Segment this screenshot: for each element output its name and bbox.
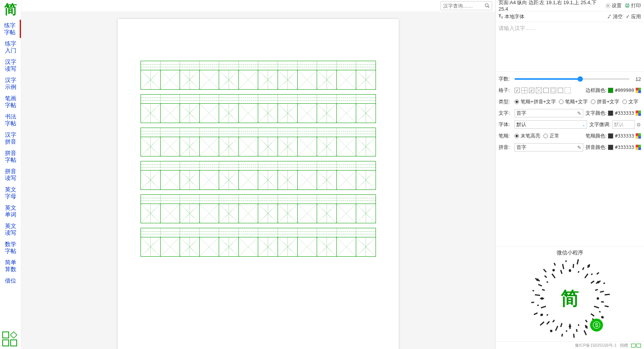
grid-check-dashed[interactable]	[558, 88, 563, 93]
shape-square-icon	[2, 332, 9, 338]
svg-rect-87	[590, 280, 594, 284]
svg-line-1	[488, 6, 489, 8]
icp-link[interactable]: 豫ICP备15025156号-1	[575, 343, 617, 348]
grid-check-dots[interactable]	[543, 88, 549, 93]
svg-rect-11	[638, 111, 641, 113]
svg-point-29	[601, 316, 603, 318]
svg-rect-37	[578, 324, 579, 326]
nav-item-0[interactable]: 练字 字帖	[0, 20, 21, 38]
preview-scroll[interactable]	[21, 11, 495, 349]
svg-rect-30	[590, 313, 594, 317]
grid-block	[140, 61, 376, 90]
count-slider[interactable]	[515, 78, 630, 80]
logo: 简	[0, 0, 21, 20]
svg-rect-44	[560, 323, 562, 327]
text-label: 文字:	[499, 110, 512, 117]
nav-item-7[interactable]: 拼音 字帖	[0, 147, 21, 166]
nav-item-1[interactable]: 练字 入门	[0, 38, 21, 56]
nav-list: 练字 字帖练字 入门汉字 读写汉字 示例笔画 字帖书法 字帖汉字 拼音拼音 字帖…	[0, 20, 21, 330]
apply-button[interactable]: ✓ 应用	[626, 13, 641, 20]
svg-point-47	[550, 330, 552, 332]
stroke-radio-0[interactable]: 末笔高亮	[515, 133, 540, 139]
svg-rect-51	[546, 314, 548, 316]
nav-item-2[interactable]: 汉字 读写	[0, 56, 21, 74]
svg-point-53	[540, 314, 543, 316]
svg-rect-43	[561, 334, 563, 337]
svg-rect-67	[544, 275, 547, 278]
grid-dashed-icon	[565, 87, 571, 93]
nav-item-4[interactable]: 笔画 字帖	[0, 93, 21, 111]
svg-rect-79	[576, 259, 579, 264]
broom-icon	[607, 14, 612, 19]
svg-rect-81	[582, 267, 584, 270]
nav-item-6[interactable]: 汉字 拼音	[0, 129, 21, 147]
svg-rect-74	[562, 264, 564, 269]
svg-point-65	[536, 279, 538, 281]
tune-select[interactable]: 默认	[612, 120, 635, 129]
stroke-radio-1[interactable]: 正常	[543, 133, 559, 139]
print-button[interactable]: 打印	[625, 2, 641, 9]
pinyin-color-picker[interactable]	[636, 145, 641, 150]
text-color-label: 文字颜色:	[586, 110, 607, 117]
svg-rect-18	[636, 145, 638, 147]
search-input[interactable]	[441, 2, 483, 10]
font-select[interactable]: 默认 ⌄	[515, 120, 587, 129]
svg-rect-9	[638, 90, 641, 93]
svg-rect-5	[626, 6, 628, 8]
tune-label: 文字微调:	[589, 121, 611, 128]
svg-rect-26	[593, 306, 599, 308]
svg-rect-45	[555, 326, 558, 331]
clear-button[interactable]: 清空	[607, 13, 623, 20]
type-radio-1[interactable]: 笔顺+文字	[559, 98, 588, 105]
svg-rect-15	[638, 133, 641, 136]
nav-item-10[interactable]: 英文 单词	[0, 202, 21, 220]
svg-rect-21	[638, 147, 641, 150]
svg-rect-66	[546, 281, 548, 283]
nav-item-13[interactable]: 简单 算数	[0, 257, 21, 275]
tune-gear-icon[interactable]: ⚙	[636, 122, 641, 128]
grid-x-icon	[536, 87, 542, 93]
count-label: 字数:	[499, 76, 512, 82]
grid-check-x[interactable]	[529, 88, 534, 93]
nav-item-3[interactable]: 汉字 示例	[0, 74, 21, 93]
nav-item-14[interactable]: 借位	[0, 275, 21, 286]
svg-rect-16	[636, 136, 638, 139]
grid-check-cross[interactable]	[515, 88, 520, 93]
svg-point-41	[568, 325, 571, 327]
ad-section: 微信小程序 简 ⓢ	[496, 246, 644, 341]
svg-point-23	[597, 297, 599, 300]
svg-rect-61	[532, 290, 534, 292]
stroke-label: 笔顺:	[499, 133, 512, 139]
svg-rect-24	[601, 301, 604, 303]
text-color-picker[interactable]	[636, 111, 641, 116]
nav-item-9[interactable]: 英文 字母	[0, 184, 21, 202]
svg-point-2	[607, 5, 609, 6]
donate-link[interactable]: 捐赠	[620, 343, 628, 348]
text-color-value: #333333	[615, 111, 634, 116]
svg-rect-75	[565, 261, 567, 262]
svg-rect-19	[638, 145, 641, 147]
check-icon: ✓	[626, 14, 630, 19]
page-preview	[118, 19, 399, 349]
text-select[interactable]: 首字 ✎	[515, 109, 583, 117]
local-font-label[interactable]: 本地字体	[505, 13, 524, 20]
svg-rect-62	[542, 289, 545, 291]
stroke-color-picker[interactable]	[636, 133, 641, 139]
character-input[interactable]	[496, 22, 644, 71]
pinyin-select[interactable]: 首字 ✎	[515, 143, 583, 152]
nav-item-8[interactable]: 拼音 读写	[0, 166, 21, 184]
nav-item-12[interactable]: 数学 字帖	[0, 238, 21, 257]
svg-rect-12	[636, 113, 638, 116]
nav-item-5[interactable]: 书法 字帖	[0, 111, 21, 129]
type-radio-2[interactable]: 拼音+文字	[591, 98, 620, 105]
border-color-picker[interactable]	[636, 88, 641, 93]
svg-point-89	[597, 281, 599, 283]
shape-diamond-icon	[10, 331, 17, 338]
svg-point-0	[485, 4, 488, 7]
type-radio-3[interactable]: 文字	[622, 98, 638, 105]
settings-panel: 页面:A4 纵向 边距:左 19.1,右 19.1,上 25.4,下 25.4 …	[495, 0, 644, 349]
type-radio-0[interactable]: 笔顺+拼音+文字	[515, 98, 556, 105]
settings-button[interactable]: 设置	[605, 2, 622, 9]
nav-item-11[interactable]: 英文 读写	[0, 220, 21, 238]
search-button[interactable]	[483, 2, 492, 10]
